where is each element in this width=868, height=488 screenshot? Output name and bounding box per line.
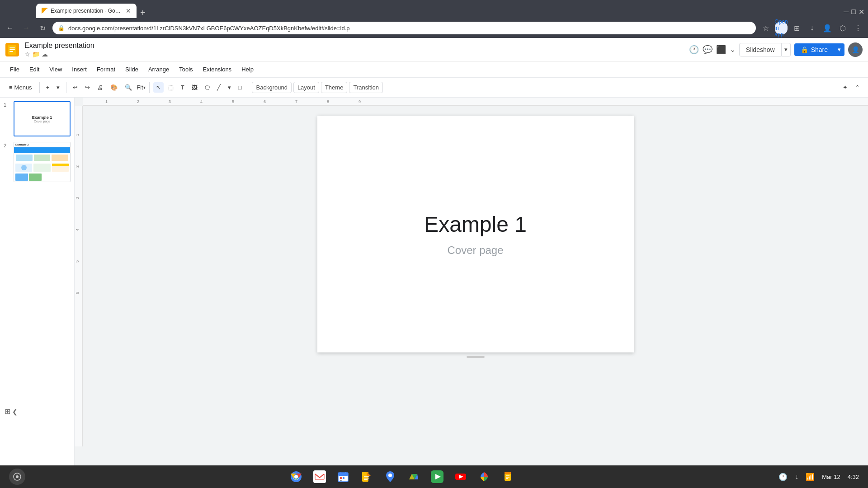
paint-format-btn[interactable]: 🎨 <box>108 82 120 93</box>
share-button[interactable]: 🔒 Share <box>794 43 834 56</box>
taskbar-keep-icon[interactable] <box>500 469 516 485</box>
line-dropdown[interactable]: ▾ <box>225 82 234 93</box>
menu-view[interactable]: View <box>45 64 66 75</box>
fit-dropdown[interactable]: Fit ▾ <box>137 84 145 91</box>
share-btn-group: 🔒 Share ▾ <box>794 43 844 56</box>
taskbar-clock-icon: 🕐 <box>778 473 788 481</box>
menu-format[interactable]: Format <box>92 64 120 75</box>
present-dropdown[interactable]: ⌄ <box>730 45 736 54</box>
refresh-btn[interactable]: ↻ <box>36 22 49 34</box>
collapse-btn[interactable]: ⌃ <box>852 82 863 93</box>
taskbar-right: 🕐 ↓ 📶 Mar 12 4:32 <box>778 473 859 481</box>
slideshow-dropdown-btn[interactable]: ▾ <box>782 43 791 56</box>
address-bar[interactable]: 🔒 docs.google.com/presentation/d/1LzrClD… <box>52 22 756 34</box>
grid-view-area: ⊞ ❮ <box>5 407 18 416</box>
menu-help[interactable]: Help <box>237 64 258 75</box>
restore-btn[interactable]: □ <box>851 8 856 16</box>
slide-canvas[interactable]: Example 1 Cover page <box>317 116 634 352</box>
slide-item-1[interactable]: 1 Example 1 Cover page <box>4 101 71 136</box>
slide-main-title[interactable]: Example 1 <box>424 212 527 237</box>
svg-point-22 <box>16 475 19 478</box>
menu-insert[interactable]: Insert <box>67 64 91 75</box>
menu-arrange[interactable]: Arrange <box>144 64 174 75</box>
thumb2-body <box>14 153 70 163</box>
transition-btn[interactable]: Transition <box>349 82 383 93</box>
zoom-btn[interactable]: 🔍 <box>122 82 135 93</box>
theme-btn[interactable]: Theme <box>321 82 347 93</box>
history-icon[interactable]: 🕐 <box>689 45 699 55</box>
assistant-btn[interactable]: ✦ <box>840 82 850 93</box>
system-menu-btn[interactable] <box>9 469 25 485</box>
cloud-icon[interactable]: ☁ <box>42 51 48 58</box>
tab-close-btn[interactable]: ✕ <box>126 7 131 14</box>
background-btn[interactable]: Background <box>252 82 291 93</box>
print-btn[interactable]: 🖨 <box>94 82 106 93</box>
taskbar-youtube-icon[interactable] <box>453 469 469 485</box>
add-btn[interactable]: + <box>43 82 52 93</box>
share-dropdown-btn[interactable]: ▾ <box>834 43 844 56</box>
app-title[interactable]: Example presentation <box>24 42 94 50</box>
taskbar-photos-icon[interactable] <box>476 469 492 485</box>
menus-btn[interactable]: ≡ Menus <box>5 82 36 93</box>
comment-icon[interactable]: 💬 <box>703 45 712 55</box>
shape-tool[interactable]: ⬠ <box>202 82 212 93</box>
svg-rect-1 <box>9 47 15 48</box>
taskbar-calendar-icon[interactable] <box>335 469 351 485</box>
active-tab[interactable]: Example presentation - Google ... ✕ <box>36 4 137 18</box>
extensions-btn[interactable]: ⬡ <box>836 22 849 34</box>
taskbar-files-icon[interactable] <box>359 469 375 485</box>
undo-btn[interactable]: ↩ <box>70 82 80 93</box>
grid-view-btn[interactable]: ⊞ <box>5 407 10 416</box>
taskbar-chrome-icon[interactable] <box>288 469 304 485</box>
forward-btn[interactable]: → <box>20 22 33 34</box>
bookmark-btn[interactable]: ⊞ <box>790 22 803 34</box>
present-icon[interactable]: ⬛ <box>716 45 726 55</box>
star-btn[interactable]: ☆ <box>760 22 772 34</box>
slide-item-2[interactable]: 2 Example 2 <box>4 142 71 182</box>
menu-edit[interactable]: Edit <box>25 64 44 75</box>
user-avatar[interactable]: 👤 <box>848 42 863 57</box>
slide-thumb-2[interactable]: Example 2 <box>14 142 71 182</box>
svg-text:4: 4 <box>75 229 80 231</box>
menu-btn[interactable]: ⋮ <box>852 22 864 34</box>
browser-chrome: Example presentation - Google ... ✕ + ─ … <box>0 0 868 38</box>
svg-text:9: 9 <box>359 99 361 104</box>
taskbar-gmail-icon[interactable] <box>311 469 328 485</box>
comment-tool[interactable]: □ <box>236 82 245 93</box>
image-tool[interactable]: 🖼 <box>189 82 200 93</box>
address-bar-row: ← → ↻ 🔒 docs.google.com/presentation/d/1… <box>0 18 868 38</box>
back-btn[interactable]: ← <box>4 22 16 34</box>
select-tool[interactable]: ↖ <box>153 82 164 93</box>
menu-slide[interactable]: Slide <box>121 64 143 75</box>
address-text: docs.google.com/presentation/d/1LzrClDSN… <box>68 25 750 32</box>
close-btn[interactable]: ✕ <box>859 8 864 16</box>
menu-file[interactable]: File <box>5 64 24 75</box>
open-in-app-btn[interactable]: Open in app <box>775 22 788 34</box>
folder-icon[interactable]: 📁 <box>32 51 40 58</box>
new-tab-btn[interactable]: + <box>140 8 146 18</box>
redo-btn[interactable]: ↪ <box>82 82 93 93</box>
canvas-area[interactable]: 1 2 3 4 5 6 7 8 9 1 2 3 4 <box>75 98 868 467</box>
download-btn[interactable]: ↓ <box>806 22 818 34</box>
taskbar-download-icon: ↓ <box>795 473 798 481</box>
add-dropdown-btn[interactable]: ▾ <box>54 82 62 93</box>
profile-btn[interactable]: 👤 <box>821 22 834 34</box>
menu-tools[interactable]: Tools <box>175 64 197 75</box>
slideshow-button[interactable]: Slideshow <box>739 43 782 56</box>
text-tool[interactable]: T <box>178 82 187 93</box>
menu-extensions[interactable]: Extensions <box>198 64 236 75</box>
taskbar-drive-icon[interactable] <box>406 469 422 485</box>
slide-thumb-1[interactable]: Example 1 Cover page <box>14 101 71 136</box>
slide-subtitle[interactable]: Cover page <box>447 244 503 257</box>
minimize-btn[interactable]: ─ <box>844 8 849 16</box>
taskbar-maps-icon[interactable] <box>382 469 398 485</box>
star-title-icon[interactable]: ☆ <box>24 51 30 58</box>
slide-number-2: 2 <box>4 143 10 148</box>
taskbar-play-icon[interactable] <box>429 469 445 485</box>
vertical-ruler: 1 2 3 4 5 6 <box>75 106 83 446</box>
separator-1 <box>39 82 40 93</box>
line-tool[interactable]: ╱ <box>214 82 223 93</box>
frame-tool[interactable]: ⬚ <box>165 82 176 93</box>
collapse-panel-btn[interactable]: ❮ <box>12 408 18 415</box>
layout-btn[interactable]: Layout <box>293 82 319 93</box>
